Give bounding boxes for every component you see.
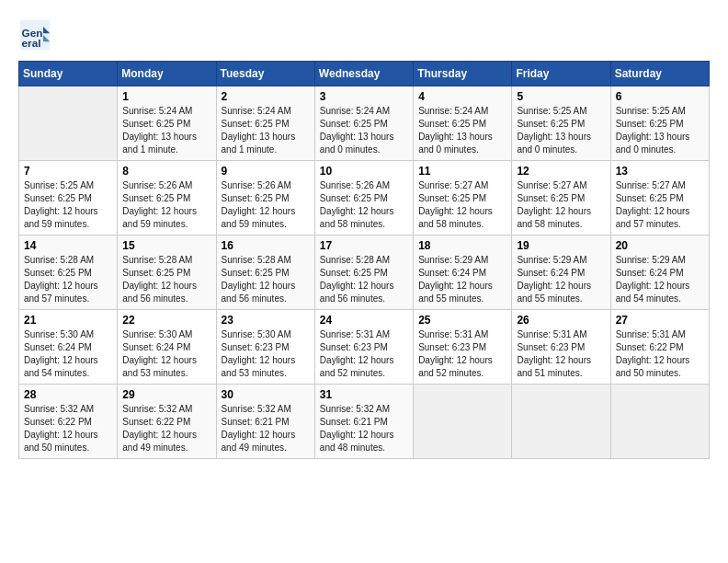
- calendar-cell: [414, 385, 512, 459]
- day-info: Sunrise: 5:30 AMSunset: 6:23 PMDaylight:…: [222, 328, 310, 380]
- day-info: Sunrise: 5:31 AMSunset: 6:23 PMDaylight:…: [320, 328, 408, 380]
- day-number: 13: [616, 165, 704, 178]
- day-info: Sunrise: 5:29 AMSunset: 6:24 PMDaylight:…: [517, 254, 605, 305]
- calendar-table: SundayMondayTuesdayWednesdayThursdayFrid…: [18, 61, 710, 459]
- calendar-cell: 4Sunrise: 5:24 AMSunset: 6:25 PMDaylight…: [414, 86, 512, 161]
- day-number: 31: [320, 388, 408, 401]
- day-info: Sunrise: 5:32 AMSunset: 6:22 PMDaylight:…: [122, 403, 210, 454]
- calendar-cell: [610, 385, 709, 459]
- week-row-2: 14Sunrise: 5:28 AMSunset: 6:25 PMDayligh…: [19, 236, 710, 310]
- weekday-header-row: SundayMondayTuesdayWednesdayThursdayFrid…: [19, 62, 710, 86]
- day-info: Sunrise: 5:32 AMSunset: 6:21 PMDaylight:…: [320, 403, 408, 454]
- day-number: 16: [222, 239, 310, 252]
- week-row-3: 21Sunrise: 5:30 AMSunset: 6:24 PMDayligh…: [19, 310, 710, 385]
- calendar-cell: 22Sunrise: 5:30 AMSunset: 6:24 PMDayligh…: [118, 310, 216, 385]
- day-number: 4: [418, 90, 506, 103]
- calendar-cell: 9Sunrise: 5:26 AMSunset: 6:25 PMDaylight…: [216, 161, 314, 236]
- calendar-cell: 15Sunrise: 5:28 AMSunset: 6:25 PMDayligh…: [118, 236, 216, 310]
- day-info: Sunrise: 5:24 AMSunset: 6:25 PMDaylight:…: [122, 105, 210, 156]
- day-number: 12: [517, 165, 605, 178]
- week-row-0: 1Sunrise: 5:24 AMSunset: 6:25 PMDaylight…: [19, 86, 710, 161]
- day-info: Sunrise: 5:31 AMSunset: 6:23 PMDaylight:…: [418, 328, 506, 380]
- day-number: 11: [418, 165, 506, 178]
- day-info: Sunrise: 5:28 AMSunset: 6:25 PMDaylight:…: [24, 254, 112, 305]
- day-number: 1: [122, 90, 210, 103]
- day-info: Sunrise: 5:32 AMSunset: 6:21 PMDaylight:…: [222, 403, 310, 454]
- day-number: 27: [616, 314, 704, 327]
- day-number: 29: [122, 388, 210, 401]
- day-info: Sunrise: 5:28 AMSunset: 6:25 PMDaylight:…: [320, 254, 408, 305]
- calendar-cell: 2Sunrise: 5:24 AMSunset: 6:25 PMDaylight…: [216, 86, 314, 161]
- calendar-cell: [19, 86, 118, 161]
- day-info: Sunrise: 5:26 AMSunset: 6:25 PMDaylight:…: [222, 179, 310, 231]
- day-number: 7: [24, 165, 112, 178]
- weekday-header-monday: Monday: [118, 62, 216, 86]
- day-number: 15: [122, 239, 210, 252]
- calendar-cell: 12Sunrise: 5:27 AMSunset: 6:25 PMDayligh…: [512, 161, 610, 236]
- day-number: 14: [24, 239, 112, 252]
- header: Gen eral: [18, 18, 710, 52]
- calendar-cell: 16Sunrise: 5:28 AMSunset: 6:25 PMDayligh…: [216, 236, 314, 310]
- day-info: Sunrise: 5:26 AMSunset: 6:25 PMDaylight:…: [320, 179, 408, 231]
- day-number: 21: [24, 314, 112, 327]
- day-info: Sunrise: 5:31 AMSunset: 6:23 PMDaylight:…: [517, 328, 605, 380]
- day-info: Sunrise: 5:32 AMSunset: 6:22 PMDaylight:…: [24, 403, 112, 454]
- weekday-header-saturday: Saturday: [610, 62, 709, 86]
- day-info: Sunrise: 5:27 AMSunset: 6:25 PMDaylight:…: [517, 179, 605, 231]
- day-info: Sunrise: 5:24 AMSunset: 6:25 PMDaylight:…: [418, 105, 506, 156]
- day-info: Sunrise: 5:30 AMSunset: 6:24 PMDaylight:…: [122, 328, 210, 380]
- calendar-cell: 23Sunrise: 5:30 AMSunset: 6:23 PMDayligh…: [216, 310, 314, 385]
- day-number: 6: [616, 90, 704, 103]
- day-number: 9: [222, 165, 310, 178]
- calendar-cell: 24Sunrise: 5:31 AMSunset: 6:23 PMDayligh…: [314, 310, 413, 385]
- day-number: 23: [222, 314, 310, 327]
- logo: Gen eral: [18, 18, 57, 52]
- day-info: Sunrise: 5:27 AMSunset: 6:25 PMDaylight:…: [418, 179, 506, 231]
- day-info: Sunrise: 5:28 AMSunset: 6:25 PMDaylight:…: [122, 254, 210, 305]
- weekday-header-thursday: Thursday: [414, 62, 512, 86]
- day-number: 28: [24, 388, 112, 401]
- day-info: Sunrise: 5:28 AMSunset: 6:25 PMDaylight:…: [222, 254, 310, 305]
- calendar-cell: 26Sunrise: 5:31 AMSunset: 6:23 PMDayligh…: [512, 310, 610, 385]
- day-info: Sunrise: 5:29 AMSunset: 6:24 PMDaylight:…: [418, 254, 506, 305]
- calendar-cell: 11Sunrise: 5:27 AMSunset: 6:25 PMDayligh…: [414, 161, 512, 236]
- weekday-header-friday: Friday: [512, 62, 610, 86]
- svg-text:eral: eral: [22, 37, 41, 49]
- calendar-cell: 5Sunrise: 5:25 AMSunset: 6:25 PMDaylight…: [512, 86, 610, 161]
- day-info: Sunrise: 5:29 AMSunset: 6:24 PMDaylight:…: [616, 254, 704, 305]
- day-number: 18: [418, 239, 506, 252]
- calendar-cell: 13Sunrise: 5:27 AMSunset: 6:25 PMDayligh…: [610, 161, 709, 236]
- calendar-body: 1Sunrise: 5:24 AMSunset: 6:25 PMDaylight…: [19, 86, 710, 459]
- day-number: 3: [320, 90, 408, 103]
- day-number: 8: [122, 165, 210, 178]
- day-number: 17: [320, 239, 408, 252]
- day-number: 24: [320, 314, 408, 327]
- day-info: Sunrise: 5:24 AMSunset: 6:25 PMDaylight:…: [320, 105, 408, 156]
- day-number: 30: [222, 388, 310, 401]
- day-number: 10: [320, 165, 408, 178]
- weekday-header-wednesday: Wednesday: [314, 62, 413, 86]
- day-info: Sunrise: 5:25 AMSunset: 6:25 PMDaylight:…: [616, 105, 704, 156]
- weekday-header-tuesday: Tuesday: [216, 62, 314, 86]
- day-info: Sunrise: 5:24 AMSunset: 6:25 PMDaylight:…: [222, 105, 310, 156]
- day-info: Sunrise: 5:27 AMSunset: 6:25 PMDaylight:…: [616, 179, 704, 231]
- calendar-cell: 8Sunrise: 5:26 AMSunset: 6:25 PMDaylight…: [118, 161, 216, 236]
- calendar-cell: 1Sunrise: 5:24 AMSunset: 6:25 PMDaylight…: [118, 86, 216, 161]
- day-number: 22: [122, 314, 210, 327]
- day-info: Sunrise: 5:30 AMSunset: 6:24 PMDaylight:…: [24, 328, 112, 380]
- day-number: 25: [418, 314, 506, 327]
- week-row-1: 7Sunrise: 5:25 AMSunset: 6:25 PMDaylight…: [19, 161, 710, 236]
- calendar-cell: 17Sunrise: 5:28 AMSunset: 6:25 PMDayligh…: [314, 236, 413, 310]
- calendar-cell: 7Sunrise: 5:25 AMSunset: 6:25 PMDaylight…: [19, 161, 118, 236]
- day-number: 5: [517, 90, 605, 103]
- day-info: Sunrise: 5:25 AMSunset: 6:25 PMDaylight:…: [517, 105, 605, 156]
- calendar-cell: 27Sunrise: 5:31 AMSunset: 6:22 PMDayligh…: [610, 310, 709, 385]
- calendar-cell: [512, 385, 610, 459]
- day-info: Sunrise: 5:25 AMSunset: 6:25 PMDaylight:…: [24, 179, 112, 231]
- calendar-cell: 25Sunrise: 5:31 AMSunset: 6:23 PMDayligh…: [414, 310, 512, 385]
- calendar-cell: 19Sunrise: 5:29 AMSunset: 6:24 PMDayligh…: [512, 236, 610, 310]
- calendar-cell: 29Sunrise: 5:32 AMSunset: 6:22 PMDayligh…: [118, 385, 216, 459]
- calendar-cell: 6Sunrise: 5:25 AMSunset: 6:25 PMDaylight…: [610, 86, 709, 161]
- day-info: Sunrise: 5:31 AMSunset: 6:22 PMDaylight:…: [616, 328, 704, 380]
- calendar-cell: 3Sunrise: 5:24 AMSunset: 6:25 PMDaylight…: [314, 86, 413, 161]
